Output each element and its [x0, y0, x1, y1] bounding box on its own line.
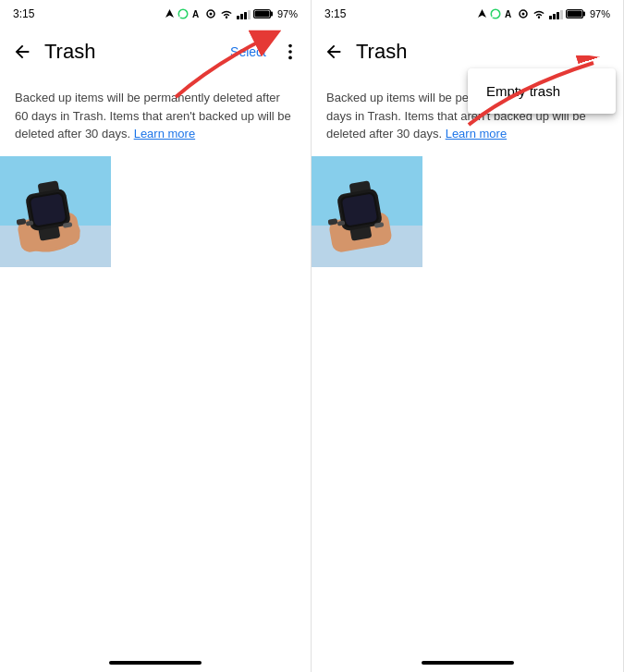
svg-point-10 — [288, 50, 292, 54]
back-button-left[interactable] — [4, 33, 41, 70]
watch-image-left — [0, 156, 111, 267]
image-grid-left — [0, 156, 311, 267]
svg-rect-7 — [270, 12, 273, 17]
battery-pct-right: 97% — [590, 8, 610, 19]
svg-point-4 — [209, 13, 212, 16]
page-title-left: Trash — [44, 40, 223, 64]
right-phone-panel: 3:15 A — [312, 0, 624, 672]
svg-rect-32 — [582, 12, 585, 17]
fp-icon-left — [205, 8, 216, 19]
svg-text:A: A — [505, 9, 511, 19]
status-time-left: 3:15 — [13, 7, 34, 20]
nav-bar-right — [422, 661, 514, 665]
empty-trash-menu-item[interactable]: Empty trash — [468, 72, 616, 110]
svg-marker-25 — [478, 9, 486, 18]
status-time-right: 3:15 — [324, 7, 346, 20]
svg-point-29 — [521, 13, 524, 16]
a-icon-right: A — [504, 8, 515, 19]
wifi-icon-right — [532, 8, 546, 19]
battery-pct-left: 97% — [277, 8, 298, 19]
back-button-right[interactable] — [315, 33, 352, 70]
svg-text:A: A — [192, 9, 199, 19]
more-vert-icon-left — [280, 42, 300, 62]
signal-icon-right — [549, 8, 563, 19]
wifi-icon-left — [219, 8, 234, 19]
app-bar-left: Trash Select — [0, 26, 311, 78]
left-phone-panel: 3:15 A — [0, 0, 312, 672]
a-icon-left: A — [191, 8, 202, 19]
dropdown-menu: Empty trash — [468, 68, 616, 114]
battery-icon-right — [566, 8, 586, 19]
back-arrow-icon-left — [12, 42, 32, 62]
watch-photo-right — [312, 156, 422, 267]
nav-icon-right — [477, 8, 487, 19]
info-text-left: Backed up items will be permanently dele… — [0, 78, 311, 156]
svg-rect-8 — [254, 11, 269, 18]
svg-point-30 — [538, 17, 540, 18]
status-icons-left: A — [165, 8, 298, 19]
status-icons-right: A 97% — [477, 8, 610, 19]
svg-rect-41 — [342, 193, 378, 226]
svg-rect-20 — [31, 193, 67, 226]
image-grid-right — [312, 156, 623, 267]
svg-rect-33 — [567, 11, 581, 18]
svg-point-9 — [288, 44, 292, 48]
nav-icon-left — [165, 8, 175, 19]
whatsapp-icon-left — [177, 8, 189, 19]
nav-bar-left — [109, 661, 202, 665]
svg-point-11 — [288, 56, 292, 60]
signal-icon-left — [237, 8, 251, 19]
watch-image-right — [312, 156, 422, 267]
watch-photo-left — [0, 156, 111, 267]
learn-more-link-left[interactable]: Learn more — [134, 127, 195, 141]
learn-more-link-right[interactable]: Learn more — [446, 127, 507, 141]
fp-icon-right — [518, 8, 529, 19]
page-title-right: Trash — [356, 40, 619, 64]
whatsapp-icon-right — [490, 8, 501, 19]
svg-marker-0 — [165, 9, 174, 18]
select-button-left[interactable]: Select — [223, 37, 274, 67]
svg-point-5 — [226, 17, 227, 18]
status-bar-left: 3:15 A — [0, 0, 311, 26]
more-options-button-left[interactable] — [274, 35, 307, 68]
battery-icon-left — [253, 8, 274, 19]
back-arrow-icon-right — [324, 42, 344, 62]
status-bar-right: 3:15 A — [312, 0, 623, 26]
